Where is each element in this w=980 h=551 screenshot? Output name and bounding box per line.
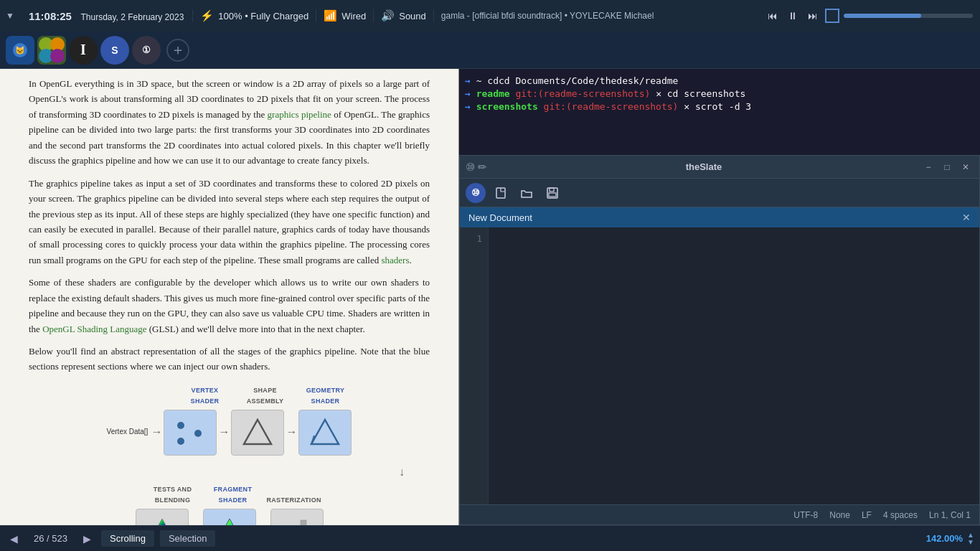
bottom-bar: ◀ 26 / 523 ▶ Scrolling Selection 142.00%… (0, 525, 980, 551)
dock-icon-app1[interactable]: 🐱 (6, 36, 34, 65)
slate-save-file-button[interactable] (542, 182, 563, 204)
zoom-up-button[interactable]: ▲ (967, 532, 974, 539)
topbar: ▼ 11:08:25 Thursday, 2 February 2023 ⚡ 1… (0, 0, 980, 32)
dock-icon-app2[interactable] (37, 36, 66, 65)
main-area: In OpenGL everything is in 3D space, but… (0, 69, 980, 525)
arrow-left-2: ← (258, 522, 269, 525)
slate-window: ⑩ ✏ theSlate − □ ✕ ⑩ (459, 155, 980, 525)
document-content: In OpenGL everything is in 3D space, but… (0, 69, 458, 525)
pause-button[interactable]: ⏸ (785, 9, 801, 23)
document-panel[interactable]: In OpenGL everything is in 3D space, but… (0, 69, 459, 525)
terminal-panel[interactable]: → ~ cdcd Documents/Code/thedesk/readme →… (459, 69, 980, 155)
dock-icon-app3[interactable]: I (69, 36, 98, 65)
music-section: gamla - [official bfdi soundtrack] • YOY… (434, 9, 980, 23)
network-icon: 📶 (324, 9, 337, 22)
fragment-shader-label: Fragment Shader (207, 484, 260, 506)
battery-section[interactable]: ⚡ 100% • Fully Charged (192, 9, 316, 22)
slate-eol-info: None (829, 510, 850, 520)
music-progress-fill (844, 14, 921, 18)
wired-label: Wired (341, 11, 366, 22)
vertex-shader-label: Vertex Shader (179, 385, 232, 407)
terminal-line-3: → screenshots git:(readme-screenshots) ✕… (465, 100, 974, 113)
shape-assembly-label: Shape Assembly (239, 385, 292, 407)
rasterization-label: Rasterization (267, 495, 320, 506)
prev-page-button[interactable]: ◀ (6, 532, 22, 546)
slate-editor[interactable]: 1 (460, 227, 979, 504)
dock-add-button[interactable]: ＋ (166, 39, 189, 62)
right-panel: → ~ cdcd Documents/Code/thedesk/readme →… (459, 69, 980, 525)
arrow-down: ↓ (399, 463, 405, 481)
glsl-link[interactable]: OpenGL Shading Language (42, 324, 146, 334)
slate-maximize-button[interactable]: □ (939, 159, 955, 175)
topbar-dropdown[interactable]: ▼ (0, 0, 20, 32)
zoom-value: 142.00% (926, 533, 963, 544)
doc-paragraph-4: Below you'll find an abstract representa… (29, 344, 430, 375)
page-total: 523 (52, 533, 67, 544)
svg-point-6 (177, 438, 184, 445)
slate-title: theSlate (487, 161, 920, 172)
sound-section[interactable]: 🔊 Sound (374, 9, 434, 22)
date: Thursday, 2 February 2023 (80, 12, 184, 22)
terminal-line-1: → ~ cdcd Documents/Code/thedesk/readme (465, 75, 974, 88)
slate-titlebar: ⑩ ✏ theSlate − □ ✕ (460, 156, 979, 179)
slate-encoding: UTF-8 (793, 510, 818, 520)
wired-section[interactable]: 📶 Wired (316, 9, 374, 22)
slate-open-file-button[interactable] (516, 182, 537, 204)
svg-point-8 (194, 430, 202, 437)
doc-paragraph-2: The graphics pipeline takes as input a s… (29, 176, 430, 268)
page-info: 26 / 523 (28, 533, 73, 544)
dock-icon-app5[interactable]: ① (132, 36, 161, 65)
tests-blending-label: Tests and Blending (146, 484, 199, 506)
next-page-button[interactable]: ▶ (79, 532, 95, 546)
volume-icon (825, 9, 839, 23)
arrow-2: → (218, 423, 230, 441)
svg-marker-9 (244, 420, 271, 444)
svg-rect-27 (549, 193, 556, 197)
new-doc-close-icon[interactable]: ✕ (962, 212, 971, 223)
new-doc-title: New Document (468, 212, 532, 223)
vertex-shader-cell (164, 410, 217, 456)
slate-close-button[interactable]: ✕ (958, 159, 974, 175)
music-progress-bar[interactable] (844, 14, 973, 18)
battery-icon: ⚡ (200, 9, 214, 22)
prev-track-button[interactable]: ⏮ (765, 9, 781, 23)
zoom-down-button[interactable]: ▼ (967, 539, 974, 546)
slate-toolbar: ⑩ (460, 179, 979, 207)
shape-assembly-cell (231, 410, 284, 456)
zoom-section: 142.00% ▲ ▼ (926, 532, 974, 546)
vertex-data-label: Vertex Data[] (107, 426, 149, 438)
shaders-link[interactable]: shaders (381, 255, 409, 265)
arrow-1: → (151, 423, 162, 441)
svg-rect-23 (301, 520, 306, 525)
arrow-left-1: ← (190, 522, 202, 525)
selection-mode-button[interactable]: Selection (160, 530, 215, 547)
next-track-button[interactable]: ⏭ (805, 9, 821, 23)
zoom-controls: ▲ ▼ (967, 532, 974, 546)
slate-new-doc-bar: New Document ✕ (460, 207, 979, 227)
slate-pen-icon: ✏ (478, 161, 487, 174)
doc-paragraph-1: In OpenGL everything is in 3D space, but… (29, 76, 430, 169)
battery-label: 100% • Fully Charged (218, 11, 308, 22)
svg-marker-13 (149, 519, 176, 525)
line-number-1: 1 (466, 233, 482, 244)
terminal-line-2: → readme git:(readme-screenshots) ✕ cd s… (465, 88, 974, 100)
dock: 🐱 I S ① ＋ (0, 32, 980, 69)
slate-indent-info: 4 spaces (883, 510, 918, 520)
graphics-pipeline-link[interactable]: graphics pipeline (268, 109, 331, 120)
slate-minimize-button[interactable]: − (920, 159, 936, 175)
slate-cursor-position: Ln 1, Col 1 (929, 510, 971, 520)
slate-text-input[interactable] (489, 227, 979, 504)
geometry-shader-cell (298, 410, 352, 456)
scrolling-mode-button[interactable]: Scrolling (101, 530, 154, 547)
slate-window-controls: − □ ✕ (920, 159, 974, 175)
pipeline-diagram: Vertex Shader Shape Assembly Geometry Sh… (29, 385, 430, 525)
slate-new-file-button[interactable] (490, 182, 512, 204)
dock-icon-app4[interactable]: S (100, 36, 129, 65)
sound-label: Sound (399, 11, 426, 22)
svg-point-5 (50, 49, 65, 63)
slate-line-ending: LF (862, 510, 872, 520)
svg-text:🐱: 🐱 (15, 45, 25, 55)
slate-app-icon: ⑩ (466, 161, 475, 174)
svg-point-7 (177, 422, 184, 429)
svg-marker-10 (311, 420, 339, 444)
